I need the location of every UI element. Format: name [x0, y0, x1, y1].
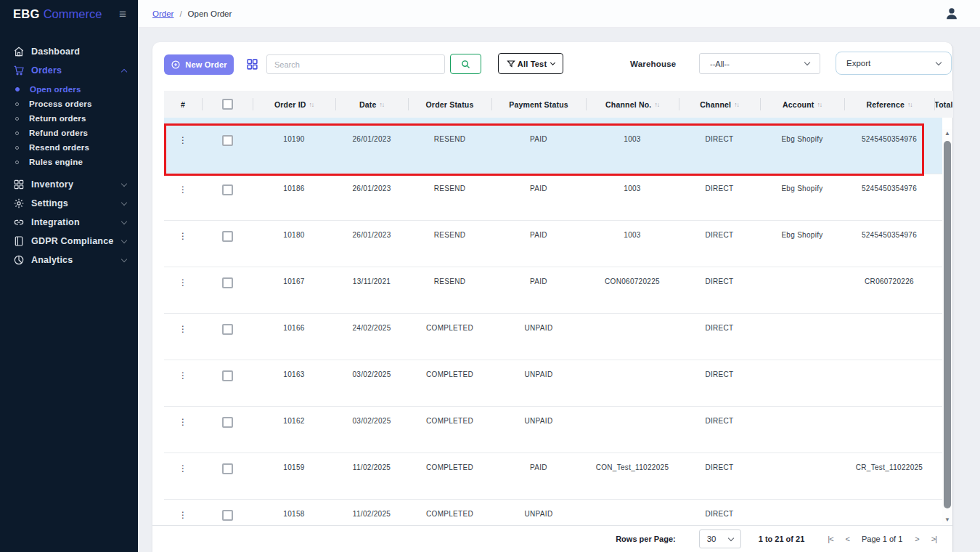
row-checkbox[interactable] [222, 463, 233, 474]
sidebar-item-inventory[interactable]: Inventory [0, 175, 138, 194]
sidebar-item-integration[interactable]: Integration [0, 213, 138, 232]
select-all-checkbox[interactable] [222, 99, 233, 110]
pagination-nav: |< < Page 1 of 1 > >| [828, 535, 936, 543]
column-header-order-id[interactable]: Order ID↑↓ [253, 91, 335, 118]
row-checkbox[interactable] [222, 277, 233, 288]
row-checkbox[interactable] [222, 510, 233, 521]
cell-payment_status: UNPAID [491, 500, 586, 525]
cell-payment_status: PAID [491, 221, 586, 267]
sidebar-item-analytics[interactable]: Analytics [0, 251, 138, 269]
sort-icon[interactable]: ↑↓ [380, 101, 385, 108]
sidebar-item-gdpr-compliance[interactable]: GDPR Compliance [0, 232, 138, 251]
row-actions-kebab-icon[interactable]: ⋮ [179, 232, 187, 267]
rows-per-page-select[interactable]: 30 [699, 529, 741, 548]
row-actions-kebab-icon[interactable]: ⋮ [179, 185, 187, 220]
table-row[interactable]: ⋮1016203/02/2025COMPLETEDUNPAIDDIRECT [164, 407, 942, 453]
cell-account: Ebg Shopify [760, 174, 844, 220]
table-row[interactable]: ⋮1015811/02/2025COMPLETEDUNPAIDDIRECT [164, 500, 942, 525]
sidebar-subitem-process-orders[interactable]: Process orders [0, 97, 138, 111]
table-row[interactable]: ⋮1018026/01/2023RESENDPAID1003DIRECTEbg … [164, 221, 942, 267]
cell-account [760, 267, 844, 313]
sidebar-item-orders[interactable]: Orders [0, 61, 138, 80]
table-row[interactable]: ⋮1016624/02/2025COMPLETEDUNPAIDDIRECT [164, 314, 942, 360]
scroll-down-arrow-icon[interactable]: ▼ [942, 516, 952, 524]
column-header-channel-no[interactable]: Channel No.↑↓ [586, 91, 679, 118]
cell-channel_no [586, 407, 679, 452]
cell-total [934, 407, 942, 452]
cell-account [760, 453, 844, 499]
column-header-channel[interactable]: Channel↑↓ [679, 91, 760, 118]
table-row[interactable]: ⋮1016713/11/2021RESENDPAIDCON060720225DI… [164, 267, 942, 314]
column-header-select [202, 91, 253, 118]
last-page-icon[interactable]: >| [931, 535, 936, 543]
table-row[interactable]: ⋮1018626/01/2023RESENDPAID1003DIRECTEbg … [164, 174, 942, 221]
table-row[interactable]: ⋮1019026/01/2023RESENDPAID1003DIRECTEbg … [164, 118, 942, 174]
column-header-account[interactable]: Account↑↓ [760, 91, 844, 118]
row-actions-kebab-icon[interactable]: ⋮ [179, 511, 187, 525]
column-header-label: Account [783, 100, 814, 109]
row-checkbox[interactable] [222, 231, 233, 242]
cell-order_id: 10166 [253, 314, 335, 360]
scrollbar-thumb[interactable] [944, 141, 951, 508]
sidebar-subitem-refund-orders[interactable]: Refund orders [0, 126, 138, 140]
cart-icon [13, 65, 25, 76]
filter-all-test-button[interactable]: All Test [498, 53, 563, 74]
sort-icon[interactable]: ↑↓ [817, 101, 822, 108]
row-checkbox[interactable] [222, 417, 233, 428]
row-actions-kebab-icon[interactable]: ⋮ [179, 136, 187, 174]
sidebar-subitem-return-orders[interactable]: Return orders [0, 111, 138, 126]
column-header-reference[interactable]: Reference↑↓ [844, 91, 934, 118]
chevron-down-icon [121, 199, 127, 205]
row-actions-kebab-icon[interactable]: ⋮ [179, 371, 187, 406]
row-actions-kebab-icon[interactable]: ⋮ [179, 464, 187, 499]
sidebar-item-dashboard[interactable]: Dashboard [0, 42, 138, 61]
sort-icon[interactable]: ↑↓ [734, 101, 739, 108]
cell-channel: DIRECT [679, 118, 760, 174]
sidebar-subitem-open-orders[interactable]: Open orders [0, 82, 138, 97]
breadcrumb-order-link[interactable]: Order [152, 9, 173, 18]
sidebar-subitem-label: Return orders [29, 114, 86, 123]
sidebar-subitem-resend-orders[interactable]: Resend orders [0, 140, 138, 155]
sort-icon[interactable]: ↑↓ [654, 101, 659, 108]
cell-order_status: COMPLETED [408, 314, 491, 360]
row-actions-kebab-icon[interactable]: ⋮ [179, 325, 187, 360]
sidebar-item-settings[interactable]: Settings [0, 194, 138, 213]
row-actions-kebab-icon[interactable]: ⋮ [179, 418, 187, 452]
table-row[interactable]: ⋮1016303/02/2025COMPLETEDUNPAIDDIRECT [164, 360, 942, 407]
row-checkbox[interactable] [222, 370, 233, 381]
warehouse-select[interactable]: --All-- [699, 53, 820, 74]
column-header-total: Total [934, 91, 953, 118]
row-checkbox[interactable] [222, 135, 233, 146]
table-row[interactable]: ⋮1015911/02/2025COMPLETEDPAIDCON_Test_11… [164, 453, 942, 500]
row-checkbox[interactable] [222, 324, 233, 335]
sidebar-item-label: Integration [31, 217, 80, 227]
next-page-icon[interactable]: > [915, 535, 918, 543]
column-header-date[interactable]: Date↑↓ [335, 91, 408, 118]
table-scrollbar[interactable]: ▲ ▼ [942, 129, 952, 524]
grid-view-toggle-icon[interactable] [246, 58, 258, 70]
export-select[interactable]: Export [836, 52, 952, 75]
cell-order_status: RESEND [408, 221, 491, 267]
row-actions-kebab-icon[interactable]: ⋮ [179, 278, 187, 313]
cell-reference: CR060720226 [844, 267, 934, 313]
gear-icon [13, 198, 25, 209]
cell-channel: DIRECT [679, 500, 760, 525]
sort-icon[interactable]: ↑↓ [907, 101, 912, 108]
search-input[interactable] [266, 54, 445, 74]
bullet-icon [15, 131, 19, 135]
previous-page-icon[interactable]: < [846, 535, 849, 543]
chevron-down-icon [727, 535, 733, 540]
scroll-up-arrow-icon[interactable]: ▲ [942, 129, 952, 138]
first-page-icon[interactable]: |< [828, 535, 833, 543]
column-header-payment-status: Payment Status [491, 91, 586, 118]
sort-icon[interactable]: ↑↓ [309, 101, 314, 108]
new-order-button[interactable]: New Order [164, 54, 234, 75]
pie-icon [13, 254, 25, 266]
search-button[interactable] [450, 54, 481, 74]
column-header-label: # [181, 100, 185, 109]
row-checkbox[interactable] [222, 184, 233, 195]
sidebar-subitem-rules-engine[interactable]: Rules engine [0, 155, 138, 169]
user-avatar-icon[interactable] [944, 6, 960, 22]
column-header-order-status: Order Status [408, 91, 491, 118]
hamburger-menu-icon[interactable]: ≡ [119, 8, 126, 20]
